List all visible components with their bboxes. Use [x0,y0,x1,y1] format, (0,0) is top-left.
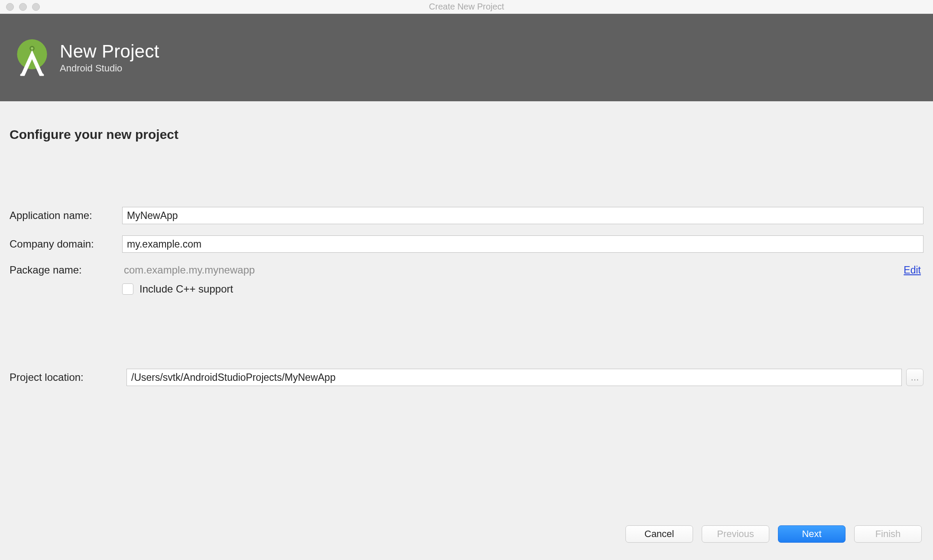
cancel-button[interactable]: Cancel [625,525,693,543]
minimize-window-icon[interactable] [19,3,27,11]
previous-button[interactable]: Previous [702,525,769,543]
company-domain-label: Company domain: [10,238,122,250]
close-window-icon[interactable] [6,3,14,11]
next-button[interactable]: Next [778,525,846,543]
ellipsis-icon: … [910,373,919,383]
wizard-header: New Project Android Studio [0,14,933,101]
svg-point-2 [31,47,33,50]
browse-location-button[interactable]: … [906,369,923,386]
include-cpp-label: Include C++ support [139,283,233,295]
include-cpp-checkbox[interactable] [122,283,133,295]
wizard-footer: Cancel Previous Next Finish [625,525,922,543]
project-location-input[interactable] [126,369,902,386]
package-name-label: Package name: [10,264,122,276]
company-domain-input[interactable] [122,235,923,253]
page-title: Configure your new project [10,127,923,142]
header-title: New Project [60,41,159,62]
application-name-input[interactable] [122,207,923,224]
package-name-value: com.example.my.mynewapp [122,264,904,276]
project-location-label: Project location: [10,371,122,383]
application-name-label: Application name: [10,209,122,222]
android-studio-logo-icon [11,37,53,78]
window-controls [0,3,40,11]
header-subtitle: Android Studio [60,63,159,74]
zoom-window-icon[interactable] [32,3,40,11]
finish-button[interactable]: Finish [854,525,922,543]
titlebar: Create New Project [0,0,933,14]
edit-package-link[interactable]: Edit [904,264,923,276]
window-title: Create New Project [429,2,504,12]
